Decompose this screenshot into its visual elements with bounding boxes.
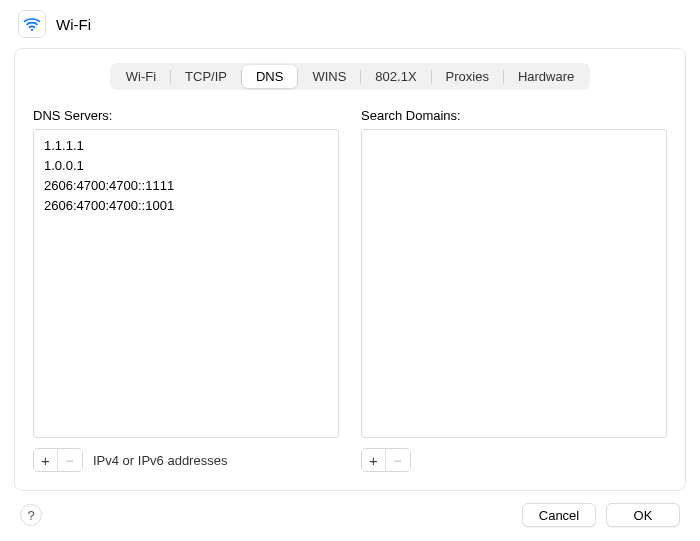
content-card: Wi-Fi TCP/IP DNS WINS 802.1X Proxies Har… (14, 48, 686, 491)
search-domains-add-button[interactable]: + (362, 449, 386, 471)
tab-tcpip[interactable]: TCP/IP (171, 65, 241, 88)
tab-hardware[interactable]: Hardware (504, 65, 588, 88)
search-domains-list[interactable] (361, 129, 667, 438)
cancel-button[interactable]: Cancel (522, 503, 596, 527)
bottom-bar: ? Cancel OK (0, 491, 700, 541)
tab-proxies[interactable]: Proxies (432, 65, 503, 88)
tab-dns[interactable]: DNS (242, 65, 297, 88)
dns-pane-footer: + − IPv4 or IPv6 addresses (33, 448, 339, 472)
dns-hint: IPv4 or IPv6 addresses (93, 453, 227, 468)
ok-button[interactable]: OK (606, 503, 680, 527)
tabs: Wi-Fi TCP/IP DNS WINS 802.1X Proxies Har… (110, 63, 591, 90)
tab-8021x[interactable]: 802.1X (361, 65, 430, 88)
search-domains-pane: Search Domains: + − (361, 108, 667, 472)
search-domains-remove-button[interactable]: − (386, 449, 410, 471)
tabs-container: Wi-Fi TCP/IP DNS WINS 802.1X Proxies Har… (33, 63, 667, 90)
wifi-icon (18, 10, 46, 38)
dns-remove-button[interactable]: − (58, 449, 82, 471)
panes: DNS Servers: 1.1.1.1 1.0.0.1 2606:4700:4… (33, 108, 667, 472)
dns-add-remove: + − (33, 448, 83, 472)
dns-servers-label: DNS Servers: (33, 108, 339, 123)
list-item[interactable]: 2606:4700:4700::1111 (44, 176, 328, 196)
tab-wins[interactable]: WINS (298, 65, 360, 88)
list-item[interactable]: 1.1.1.1 (44, 136, 328, 156)
wifi-settings-window: Wi-Fi Wi-Fi TCP/IP DNS WINS 802.1X Proxi… (0, 0, 700, 541)
dns-add-button[interactable]: + (34, 449, 58, 471)
search-domains-label: Search Domains: (361, 108, 667, 123)
search-domains-pane-footer: + − (361, 448, 667, 472)
list-item[interactable]: 2606:4700:4700::1001 (44, 196, 328, 216)
window-header: Wi-Fi (0, 0, 700, 42)
tab-wifi[interactable]: Wi-Fi (112, 65, 170, 88)
dns-servers-list[interactable]: 1.1.1.1 1.0.0.1 2606:4700:4700::1111 260… (33, 129, 339, 438)
list-item[interactable]: 1.0.0.1 (44, 156, 328, 176)
search-domains-add-remove: + − (361, 448, 411, 472)
dns-servers-pane: DNS Servers: 1.1.1.1 1.0.0.1 2606:4700:4… (33, 108, 339, 472)
svg-point-0 (31, 29, 33, 31)
help-button[interactable]: ? (20, 504, 42, 526)
window-title: Wi-Fi (56, 16, 91, 33)
